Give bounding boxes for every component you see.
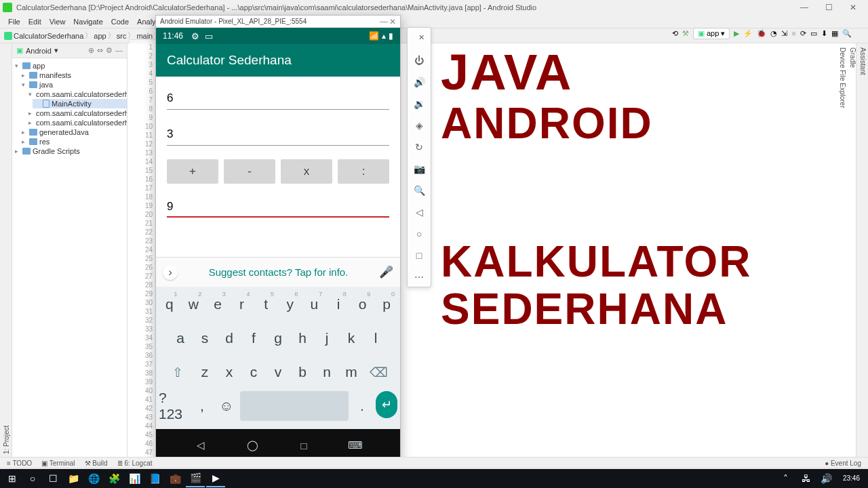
emu-tb-camera-icon[interactable]: 📷 — [412, 162, 426, 176]
emu-tb-voldown-icon[interactable]: 🔉 — [412, 97, 426, 110]
key-y[interactable]: y6 — [279, 289, 301, 319]
apply-changes-icon[interactable]: ⚡ — [743, 29, 753, 38]
multiply-button[interactable]: x — [281, 159, 332, 184]
key-g[interactable]: g — [267, 323, 289, 353]
tree-node[interactable]: ▸com.saami.calculatorsederhana (test) — [26, 118, 127, 127]
nav-recent-button[interactable]: □ — [297, 439, 311, 452]
key-o[interactable]: o9 — [352, 289, 374, 319]
build-tab[interactable]: ⚒ Build — [85, 460, 108, 467]
android-studio-icon[interactable]: 🎬 — [186, 470, 205, 487]
tree-node[interactable]: MainActivity — [33, 99, 127, 108]
tree-node[interactable]: ▾app — [12, 61, 127, 70]
structure-icon[interactable]: ▦ — [831, 29, 838, 38]
emoji-key[interactable]: ☺ — [216, 391, 237, 421]
expand-keyboard-icon[interactable]: › — [163, 265, 178, 280]
gear-icon[interactable]: ⚙ — [106, 46, 113, 55]
run-config-selector[interactable]: ▣ app ▾ — [693, 28, 730, 39]
key-u[interactable]: u7 — [304, 289, 326, 319]
tree-node[interactable]: ▸Gradle Scripts — [12, 146, 127, 156]
mic-icon[interactable]: 🎤 — [379, 265, 393, 279]
space-key[interactable] — [240, 391, 349, 421]
attach-icon[interactable]: ⇲ — [781, 29, 787, 38]
nav-keyboard-button[interactable]: ⌨ — [349, 439, 362, 452]
app-icon-1[interactable]: 🧩 — [104, 470, 123, 487]
taskbar-clock[interactable]: 23:46 — [837, 475, 865, 482]
emu-tb-overview-icon[interactable]: □ — [412, 249, 426, 262]
start-button[interactable]: ⊞ — [3, 470, 22, 487]
key-t[interactable]: t5 — [255, 289, 277, 319]
emulator-close-icon[interactable]: ✕ — [389, 17, 396, 26]
backspace-key[interactable]: ⌫ — [365, 357, 392, 387]
emulator-titlebar[interactable]: Android Emulator - Pixel_XL_API_28_PIE_:… — [156, 16, 400, 28]
subtract-button[interactable]: - — [224, 159, 275, 184]
project-view-selector[interactable]: Android — [26, 47, 52, 55]
crumb-project[interactable]: CalculatorSederhana — [14, 32, 83, 40]
add-button[interactable]: + — [167, 159, 218, 184]
menu-view[interactable]: View — [45, 18, 70, 26]
tree-node[interactable]: ▸generatedJava — [19, 127, 127, 137]
cortana-icon[interactable]: ○ — [23, 470, 42, 487]
sdk-icon[interactable]: ⬇ — [821, 29, 827, 38]
emu-tb-close-icon[interactable]: ✕ — [414, 30, 428, 44]
tray-vol-icon[interactable]: 🔊 — [817, 470, 836, 487]
crumb-main[interactable]: main — [136, 32, 153, 40]
key-f[interactable]: f — [243, 323, 264, 353]
keyboard-suggestion[interactable]: Suggest contacts? Tap for info. — [184, 266, 372, 278]
app-icon-3[interactable]: 📘 — [145, 470, 164, 487]
menu-navigate[interactable]: Navigate — [69, 18, 106, 26]
emu-tb-back-icon[interactable]: ◁ — [412, 205, 426, 219]
hide-icon[interactable]: — — [115, 46, 123, 55]
menu-file[interactable]: File — [4, 18, 24, 26]
resource-manager-tab[interactable]: Resource Manager — [0, 43, 1, 458]
emu-tb-more-icon[interactable]: ⋯ — [412, 270, 426, 284]
key-p[interactable]: p0 — [376, 289, 397, 319]
result-input[interactable] — [167, 196, 389, 218]
operand-2-input[interactable] — [167, 123, 389, 146]
key-q[interactable]: q1 — [159, 289, 180, 319]
key-n[interactable]: n — [316, 357, 338, 387]
tray-up-icon[interactable]: ˄ — [776, 470, 795, 487]
crumb-src[interactable]: src — [117, 32, 127, 40]
key-e[interactable]: e3 — [207, 289, 229, 319]
assistant-tab[interactable]: Assistant — [858, 43, 868, 458]
explorer-icon[interactable]: 📁 — [64, 470, 83, 487]
emulator-min-icon[interactable]: — — [380, 17, 388, 26]
key-d[interactable]: d — [218, 323, 240, 353]
key-z[interactable]: z — [194, 357, 216, 387]
run-button[interactable]: ▶ — [734, 29, 739, 38]
avd-icon[interactable]: ▭ — [810, 29, 817, 38]
debug-button[interactable]: 🐞 — [757, 29, 766, 38]
terminal-tab[interactable]: ▣ Terminal — [41, 460, 75, 467]
taskview-icon[interactable]: ☐ — [43, 470, 62, 487]
stop-button[interactable]: ■ — [791, 29, 796, 37]
profile-icon[interactable]: ◔ — [770, 29, 777, 38]
emu-tb-rotate-left-icon[interactable]: ◈ — [412, 119, 426, 132]
hammer-icon[interactable]: ⚒ — [682, 29, 689, 38]
key-w[interactable]: w2 — [183, 289, 205, 319]
crumb-app[interactable]: app — [94, 32, 106, 40]
key-k[interactable]: k — [340, 323, 362, 353]
emu-tb-rotate-right-icon[interactable]: ↻ — [412, 140, 426, 154]
logcat-tab[interactable]: ≣ 6: Logcat — [117, 460, 153, 467]
comma-key[interactable]: , — [191, 391, 213, 421]
sync-icon[interactable]: ⟲ — [672, 29, 678, 38]
key-s[interactable]: s — [194, 323, 216, 353]
emu-tb-power-icon[interactable]: ⏻ — [412, 54, 426, 67]
window-maximize-button[interactable]: ☐ — [816, 0, 841, 15]
key-i[interactable]: i8 — [328, 289, 349, 319]
nav-home-button[interactable]: ◯ — [245, 439, 259, 452]
project-tab[interactable]: 1: Project — [1, 43, 12, 458]
emu-tb-home-icon[interactable]: ○ — [412, 227, 426, 241]
emulator-icon[interactable]: ▶ — [206, 470, 225, 487]
tray-net-icon[interactable]: 🖧 — [797, 470, 816, 487]
operand-1-input[interactable] — [167, 87, 389, 110]
nav-back-button[interactable]: ◁ — [194, 439, 208, 452]
tree-node[interactable]: ▾com.saami.calculatorsederhana — [26, 89, 127, 99]
menu-code[interactable]: Code — [107, 18, 133, 26]
tree-node[interactable]: ▾java — [19, 80, 127, 89]
emu-tb-zoom-icon[interactable]: 🔍 — [412, 184, 426, 197]
tree-node[interactable]: ▸com.saami.calculatorsederhana (androidT… — [26, 108, 127, 118]
chrome-icon[interactable]: 🌐 — [84, 470, 103, 487]
collapse-icon[interactable]: ⇔ — [97, 46, 103, 55]
project-tree[interactable]: ▾app▸manifests▾java▾com.saami.calculator… — [12, 58, 127, 159]
